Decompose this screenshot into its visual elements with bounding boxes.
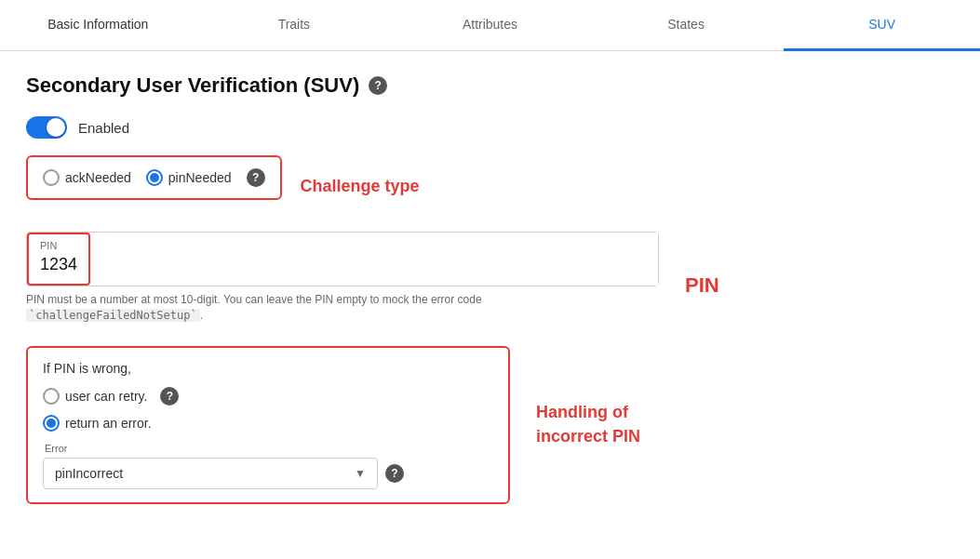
toggle-label: Enabled [78, 120, 129, 136]
tab-suv[interactable]: SUV [784, 0, 980, 51]
page-title: Secondary User Verification (SUV) ? [26, 73, 954, 98]
title-help-icon[interactable]: ? [369, 76, 387, 95]
challenge-type-help-icon[interactable]: ? [247, 168, 265, 187]
radio-pin-circle [146, 169, 163, 186]
tab-states[interactable]: States [588, 0, 785, 51]
page-title-text: Secondary User Verification (SUV) [26, 73, 359, 98]
challenge-type-radio-group: ackNeeded pinNeeded ? [43, 168, 265, 187]
radio-ack-needed[interactable]: ackNeeded [43, 169, 131, 186]
error-dropdown-row: pinIncorrect ▼ ? [43, 458, 493, 489]
tab-traits[interactable]: Traits [196, 0, 393, 51]
incorrect-pin-title: If PIN is wrong, [43, 361, 493, 376]
error-dropdown-value: pinIncorrect [55, 466, 123, 481]
error-dropdown-label: Error [45, 443, 493, 454]
radio-retry-label: user can retry. [65, 389, 147, 404]
enabled-toggle-row: Enabled [26, 116, 954, 139]
radio-ack-label: ackNeeded [65, 170, 131, 185]
radio-ack-circle [43, 169, 60, 186]
tab-attributes[interactable]: Attributes [392, 0, 588, 51]
challenge-type-label: Challenge type [301, 177, 420, 196]
enabled-toggle[interactable] [26, 116, 67, 139]
pin-label-red: PIN [685, 273, 719, 298]
error-dropdown[interactable]: pinIncorrect ▼ [43, 458, 378, 489]
challenge-type-box: ackNeeded pinNeeded ? [26, 155, 282, 200]
pin-field-box: PIN 1234 [27, 233, 90, 286]
radio-return-error[interactable]: return an error. [43, 415, 493, 432]
radio-retry[interactable]: user can retry. ? [43, 387, 493, 406]
incorrect-pin-label: Handling ofincorrect PIN [536, 401, 640, 447]
error-dropdown-section: Error pinIncorrect ▼ ? [43, 443, 493, 489]
radio-error-label: return an error. [65, 416, 152, 431]
radio-retry-circle [43, 388, 60, 405]
tab-basic-information[interactable]: Basic Information [0, 0, 196, 51]
tab-bar: Basic Information Traits Attributes Stat… [0, 0, 980, 51]
error-help-icon[interactable]: ? [385, 464, 404, 483]
pin-field-value: 1234 [40, 255, 77, 274]
pin-field-label: PIN [40, 240, 77, 251]
dropdown-arrow-icon: ▼ [355, 467, 366, 480]
incorrect-pin-box: If PIN is wrong, user can retry. ? retur… [26, 346, 510, 504]
handling-row: If PIN is wrong, user can retry. ? retur… [26, 346, 954, 504]
main-content: Secondary User Verification (SUV) ? Enab… [0, 51, 980, 526]
radio-error-circle [43, 415, 60, 432]
retry-help-icon[interactable]: ? [160, 387, 179, 406]
pin-hint: PIN must be a number at most 10-digit. Y… [26, 292, 659, 324]
pin-input[interactable] [90, 233, 658, 286]
radio-pin-label: pinNeeded [168, 170, 232, 185]
radio-pin-needed[interactable]: pinNeeded [146, 169, 232, 186]
